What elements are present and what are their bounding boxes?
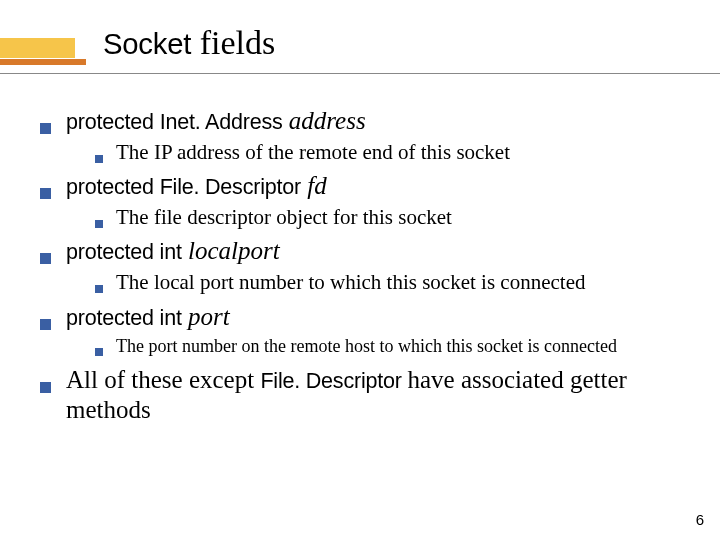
field-desc: The file descriptor object for this sock…	[116, 205, 452, 230]
keyword: protected int	[66, 240, 182, 264]
field-desc-wrap: The local port number to which this sock…	[95, 270, 680, 295]
field-desc-row: The file descriptor object for this sock…	[95, 205, 680, 230]
keyword: protected int	[66, 306, 182, 330]
slide-title: Socket fields	[103, 24, 275, 62]
varname: address	[283, 107, 366, 134]
square-bullet-icon	[95, 285, 103, 293]
field-desc-row: The IP address of the remote end of this…	[95, 140, 680, 165]
title-word-1: Socket	[103, 28, 191, 60]
field-desc-row: The port number on the remote host to wh…	[95, 336, 680, 358]
accent-yellow	[0, 38, 75, 58]
field-item: protected int localport	[40, 236, 680, 266]
varname: port	[182, 303, 230, 330]
field-desc: The local port number to which this sock…	[116, 270, 585, 295]
summary-item: All of these except File. Descriptor hav…	[40, 365, 680, 425]
field-signature: protected Inet. Address address	[66, 106, 366, 136]
varname: localport	[182, 237, 280, 264]
keyword: protected	[66, 175, 160, 199]
square-bullet-icon	[95, 220, 103, 228]
title-bar: Socket fields	[0, 24, 720, 84]
square-bullet-icon	[40, 253, 51, 264]
field-item: protected File. Descriptor fd	[40, 171, 680, 201]
square-bullet-icon	[95, 348, 103, 356]
square-bullet-icon	[40, 188, 51, 199]
content: protected Inet. Address address The IP a…	[40, 100, 680, 425]
summary-pre: All of these except	[66, 366, 260, 393]
type: Inet. Address	[160, 110, 283, 134]
accent-orange	[0, 59, 86, 65]
square-bullet-icon	[40, 123, 51, 134]
field-desc-row: The local port number to which this sock…	[95, 270, 680, 295]
summary-text: All of these except File. Descriptor hav…	[66, 365, 680, 425]
slide: Socket fields protected Inet. Address ad…	[0, 0, 720, 540]
field-signature: protected File. Descriptor fd	[66, 171, 327, 201]
field-item: protected Inet. Address address	[40, 106, 680, 136]
field-desc: The port number on the remote host to wh…	[116, 336, 617, 358]
square-bullet-icon	[95, 155, 103, 163]
field-desc-wrap: The IP address of the remote end of this…	[95, 140, 680, 165]
type: File. Descriptor	[160, 175, 301, 199]
page-number: 6	[696, 511, 704, 528]
field-signature: protected int localport	[66, 236, 280, 266]
summary-type: File. Descriptor	[260, 369, 407, 393]
square-bullet-icon	[40, 382, 51, 393]
field-desc-wrap: The file descriptor object for this sock…	[95, 205, 680, 230]
title-word-2: fields	[200, 24, 276, 61]
keyword: protected	[66, 110, 160, 134]
title-underline	[0, 73, 720, 74]
varname: fd	[301, 172, 327, 199]
field-desc-wrap: The port number on the remote host to wh…	[95, 336, 680, 358]
field-signature: protected int port	[66, 302, 230, 332]
square-bullet-icon	[40, 319, 51, 330]
field-item: protected int port	[40, 302, 680, 332]
field-desc: The IP address of the remote end of this…	[116, 140, 510, 165]
